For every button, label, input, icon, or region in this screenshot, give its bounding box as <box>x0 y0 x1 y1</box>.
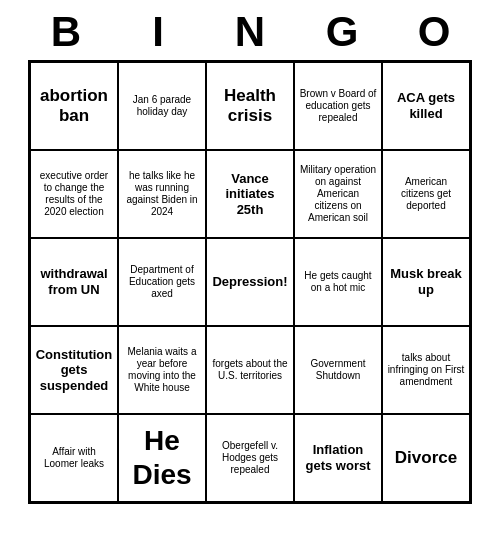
bingo-cell: Government Shutdown <box>294 326 382 414</box>
bingo-cell: Brown v Board of education gets repealed <box>294 62 382 150</box>
bingo-cell: American citizens get deported <box>382 150 470 238</box>
letter-i: I <box>118 8 198 56</box>
bingo-title: B I N G O <box>20 0 480 60</box>
bingo-cell: Vance initiates 25th <box>206 150 294 238</box>
bingo-cell: forgets about the U.S. territories <box>206 326 294 414</box>
bingo-cell: Inflation gets worst <box>294 414 382 502</box>
letter-b: B <box>26 8 106 56</box>
bingo-grid: abortion banJan 6 parade holiday dayHeal… <box>28 60 472 504</box>
bingo-cell: Obergefell v. Hodges gets repealed <box>206 414 294 502</box>
bingo-cell: Military operation on against American c… <box>294 150 382 238</box>
bingo-cell: Depression! <box>206 238 294 326</box>
bingo-cell: Divorce <box>382 414 470 502</box>
bingo-cell: Musk break up <box>382 238 470 326</box>
bingo-cell: he talks like he was running against Bid… <box>118 150 206 238</box>
bingo-cell: abortion ban <box>30 62 118 150</box>
bingo-cell: Affair with Loomer leaks <box>30 414 118 502</box>
bingo-cell: He Dies <box>118 414 206 502</box>
bingo-cell: He gets caught on a hot mic <box>294 238 382 326</box>
bingo-cell: Constitution gets suspended <box>30 326 118 414</box>
bingo-cell: ACA gets killed <box>382 62 470 150</box>
bingo-cell: Jan 6 parade holiday day <box>118 62 206 150</box>
bingo-cell: talks about infringing on First amendmen… <box>382 326 470 414</box>
bingo-cell: Department of Education gets axed <box>118 238 206 326</box>
bingo-cell: Health crisis <box>206 62 294 150</box>
bingo-cell: executive order to change the results of… <box>30 150 118 238</box>
bingo-cell: withdrawal from UN <box>30 238 118 326</box>
letter-g: G <box>302 8 382 56</box>
letter-n: N <box>210 8 290 56</box>
bingo-cell: Melania waits a year before moving into … <box>118 326 206 414</box>
letter-o: O <box>394 8 474 56</box>
